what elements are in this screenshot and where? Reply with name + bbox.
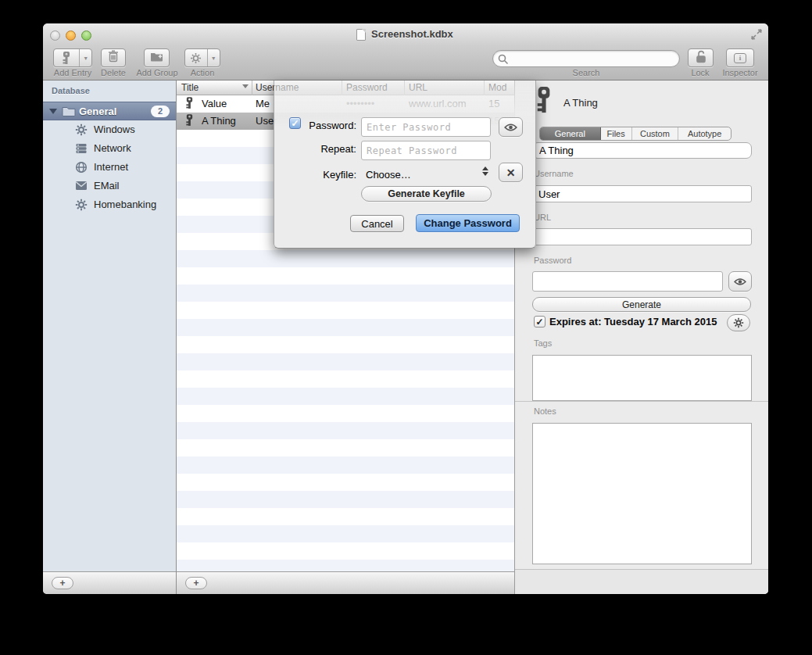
inspector-entry-title: A Thing: [563, 97, 598, 109]
disclosure-triangle-icon[interactable]: [49, 109, 57, 114]
sidebar-item-windows[interactable]: Windows: [43, 120, 176, 139]
inspector-bottom-bar: [515, 569, 768, 594]
close-x-icon: ✕: [506, 166, 516, 179]
password-checkbox[interactable]: ✓: [289, 117, 301, 129]
username-label: Username: [534, 169, 574, 178]
expires-checkbox[interactable]: ✓: [534, 316, 546, 328]
sidebar-divider[interactable]: [176, 81, 177, 594]
action-label: Action: [179, 68, 226, 77]
section-divider: [515, 401, 768, 402]
expires-label: Expires at: Tuesday 17 March 2015: [549, 316, 717, 328]
expires-settings-button[interactable]: [727, 314, 750, 331]
sidebar-item-network[interactable]: Network: [43, 139, 176, 158]
add-entry-button[interactable]: ▼: [53, 48, 92, 67]
title-field[interactable]: [532, 142, 752, 159]
notes-label: Notes: [534, 406, 556, 416]
reveal-password-button[interactable]: [499, 117, 523, 137]
server-icon: [75, 142, 88, 155]
show-password-button[interactable]: [728, 271, 752, 292]
gear-icon: [75, 123, 88, 136]
gear-icon: [75, 199, 88, 211]
search-label: Search: [555, 68, 617, 77]
sidebar-item-label: Internet: [94, 161, 128, 173]
dialog-keyfile-label: Keyfile:: [301, 169, 356, 181]
eye-icon: [734, 277, 746, 286]
keyfile-popup[interactable]: Choose…: [366, 169, 411, 181]
popup-stepper-icon[interactable]: [482, 166, 488, 176]
tab-files[interactable]: Files: [601, 127, 632, 140]
desktop-background: Screenshot.kdbx ▼ Add Entry: [0, 0, 812, 655]
sidebar-item-label: Network: [94, 142, 131, 154]
cancel-button[interactable]: Cancel: [350, 215, 404, 232]
sidebar-item-email[interactable]: EMail: [43, 177, 176, 195]
gear-icon: [185, 49, 207, 66]
change-password-button[interactable]: Change Password: [416, 214, 520, 232]
dialog-repeat-label: Repeat:: [301, 143, 356, 155]
minimize-button[interactable]: [66, 30, 76, 41]
title-bar[interactable]: Screenshot.kdbx: [43, 23, 768, 45]
repeat-password-input[interactable]: [361, 141, 491, 160]
info-icon: i: [734, 53, 746, 63]
notes-input[interactable]: [532, 423, 752, 564]
action-button[interactable]: ▼: [184, 48, 220, 67]
column-header-title[interactable]: Title: [181, 82, 199, 93]
inspector-button[interactable]: i: [726, 48, 754, 67]
password-label: Password: [534, 256, 571, 265]
key-icon: [185, 114, 194, 129]
zoom-button[interactable]: [81, 30, 91, 41]
add-group-button[interactable]: [144, 48, 170, 67]
tab-custom[interactable]: Custom: [632, 127, 679, 140]
tab-autotype[interactable]: Autotype: [678, 127, 731, 140]
fullscreen-icon[interactable]: [749, 27, 764, 41]
inspector-label: Inspector: [711, 68, 769, 77]
cell-title: Value: [202, 98, 227, 109]
sidebar-bottom-bar: +: [43, 571, 176, 594]
cell-title: A Thing: [202, 115, 236, 127]
tab-general[interactable]: General: [540, 127, 601, 140]
close-button[interactable]: [50, 30, 60, 41]
add-group-plus-button[interactable]: +: [52, 577, 73, 589]
window-title: Screenshot.kdbx: [371, 28, 453, 40]
folder-plus-icon: [150, 51, 163, 65]
toolbar: ▼ Add Entry Delete: [43, 45, 768, 81]
inspector-tabbar: General Files Custom Autotype: [539, 127, 732, 141]
sidebar: Database General 2 Windows: [43, 81, 176, 571]
lock-button[interactable]: [688, 48, 714, 67]
username-field[interactable]: [532, 185, 752, 202]
document-icon: [356, 29, 366, 41]
add-group-label: Add Group: [129, 68, 185, 77]
generate-keyfile-button[interactable]: Generate Keyfile: [361, 186, 492, 202]
cell-username: Me: [256, 98, 270, 109]
generate-button[interactable]: Generate: [532, 297, 751, 312]
sidebar-item-internet[interactable]: Internet: [43, 158, 176, 177]
search-input[interactable]: [512, 52, 672, 66]
entry-count-badge: 2: [151, 106, 170, 117]
sidebar-item-label: Windows: [94, 123, 135, 135]
tags-input[interactable]: [532, 355, 752, 401]
inspector-panel: A Thing General Files Custom Autotype Us…: [515, 81, 768, 594]
clear-keyfile-button[interactable]: ✕: [499, 163, 523, 182]
password-field[interactable]: [532, 271, 723, 292]
chevron-down-icon[interactable]: ▼: [208, 49, 220, 66]
envelope-icon: [75, 180, 88, 192]
search-icon: [498, 54, 509, 65]
search-field[interactable]: [492, 50, 680, 67]
app-window: Screenshot.kdbx ▼ Add Entry: [43, 23, 768, 594]
tags-label: Tags: [534, 338, 552, 348]
globe-icon: [75, 161, 88, 174]
sidebar-section-header: Database: [52, 86, 90, 95]
trash-icon: [108, 50, 119, 66]
folder-icon: [62, 106, 76, 120]
chevron-down-icon[interactable]: ▼: [80, 49, 91, 66]
delete-button[interactable]: [101, 48, 126, 67]
key-icon: [535, 86, 553, 118]
url-field[interactable]: [532, 228, 752, 245]
table-bottom-bar: +: [177, 571, 514, 594]
column-divider[interactable]: [252, 81, 252, 95]
sort-descending-icon: [242, 84, 249, 88]
enter-password-input[interactable]: [361, 117, 491, 137]
add-entry-plus-button[interactable]: +: [185, 577, 207, 589]
lock-open-icon: [695, 50, 707, 66]
sidebar-item-homebanking[interactable]: Homebanking: [43, 195, 176, 214]
sidebar-group-general[interactable]: General 2: [43, 102, 176, 120]
